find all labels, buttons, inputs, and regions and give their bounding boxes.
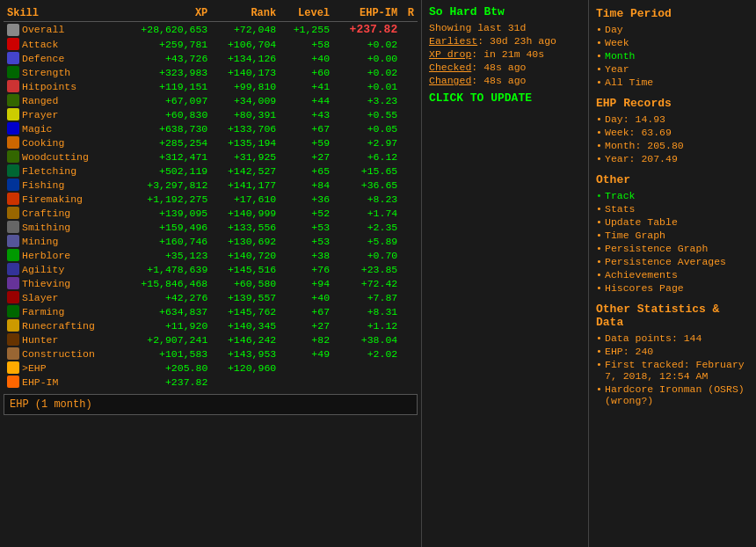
showing-period: Showing last 31d — [429, 22, 581, 33]
other-link[interactable]: Persistence Graph — [605, 243, 708, 254]
sidebar: Time Period DayWeekMonthYearAll Time EHP… — [589, 0, 756, 547]
time-period-list: DayWeekMonthYearAll Time — [596, 24, 749, 88]
r-value — [401, 65, 418, 79]
table-row: Firemaking+1,192,275+17,610+36+8.23 — [4, 192, 418, 206]
time-period-item[interactable]: All Time — [596, 77, 749, 88]
skill-name: Cooking — [22, 137, 64, 149]
other-list: TrackStatsUpdate TableTime GraphPersiste… — [596, 190, 749, 294]
skill-name: Woodcutting — [22, 151, 89, 163]
other-link[interactable]: Achievements — [605, 269, 678, 281]
changed-label: Changed — [429, 75, 471, 86]
xp-value: +101,583 — [120, 346, 211, 361]
level-value — [280, 375, 333, 389]
other-stat-item: First tracked: February 7, 2018, 12:54 A… — [596, 359, 749, 382]
skill-name: EHP-IM — [22, 376, 58, 388]
ehp-value: +0.02 — [333, 65, 401, 79]
r-value — [401, 164, 418, 178]
xp-value: +28,620,653 — [120, 22, 211, 38]
other-item[interactable]: Persistence Averages — [596, 256, 749, 267]
time-period-item[interactable]: Year — [596, 63, 749, 75]
rank-value: +130,692 — [211, 234, 280, 248]
level-value: +65 — [280, 164, 333, 178]
table-row: Slayer+42,276+139,557+40+7.87 — [4, 290, 418, 304]
other-link[interactable]: Hiscores Page — [605, 282, 684, 294]
xp-value: +285,254 — [120, 135, 211, 150]
skill-cell-thieving: Thieving — [4, 276, 120, 290]
ehp-value: +23.85 — [333, 262, 401, 276]
skill-name: Agility — [22, 264, 64, 275]
other-stat-item: Data points: 144 — [596, 332, 749, 344]
rank-value: +143,953 — [211, 346, 280, 361]
other-item[interactable]: Stats — [596, 203, 749, 215]
time-period-item[interactable]: Month — [596, 50, 749, 62]
other-item[interactable]: Persistence Graph — [596, 243, 749, 254]
ehp-value: +2.97 — [333, 135, 401, 150]
level-value: +94 — [280, 276, 333, 290]
table-row: Hunter+2,907,241+146,242+82+38.04 — [4, 332, 418, 346]
table-row: Smithing+159,496+133,556+53+2.35 — [4, 220, 418, 234]
level-value: +36 — [280, 192, 333, 206]
xp-value: +502,119 — [120, 164, 211, 178]
other-link[interactable]: Persistence Averages — [605, 256, 726, 267]
changed-info: Changed: 48s ago — [429, 75, 581, 86]
level-value: +41 — [280, 79, 333, 93]
ehp-value: +237.82 — [333, 22, 401, 38]
table-row: Crafting+139,095+140,999+52+1.74 — [4, 206, 418, 220]
runecrafting-icon — [7, 319, 19, 332]
time-period-title: Time Period — [596, 7, 749, 20]
xp-value: +3,297,812 — [120, 178, 211, 192]
time-period-link[interactable]: Month — [605, 50, 636, 62]
ehp-value: +8.31 — [333, 304, 401, 318]
time-period-link[interactable]: All Time — [605, 77, 653, 88]
other-item[interactable]: Update Table — [596, 216, 749, 228]
ehp-value: +72.42 — [333, 276, 401, 290]
r-value — [401, 220, 418, 234]
agility-icon — [7, 263, 19, 275]
time-period-link[interactable]: Year — [605, 63, 629, 75]
xp-value: +11,920 — [120, 318, 211, 332]
ehp-value: +8.23 — [333, 192, 401, 206]
other-link[interactable]: Time Graph — [605, 230, 665, 241]
r-value — [401, 361, 418, 375]
table-row: Herblore+35,123+140,720+38+0.70 — [4, 248, 418, 262]
other-item[interactable]: Achievements — [596, 269, 749, 281]
ehp-value: +0.01 — [333, 79, 401, 93]
r-value — [401, 248, 418, 262]
time-period-item[interactable]: Day — [596, 24, 749, 35]
prayer-icon — [7, 108, 19, 120]
ehp-value: +0.70 — [333, 248, 401, 262]
other-link[interactable]: Update Table — [605, 216, 678, 228]
skill-cell-firemaking: Firemaking — [4, 192, 120, 206]
rank-value: +145,762 — [211, 304, 280, 318]
other-item[interactable]: Time Graph — [596, 230, 749, 241]
cooking-icon — [7, 136, 19, 149]
skill-cell-agility: Agility — [4, 262, 120, 276]
time-period-link[interactable]: Week — [605, 37, 629, 48]
other-item[interactable]: Track — [596, 190, 749, 201]
rank-value: +60,580 — [211, 276, 280, 290]
table-row: Ranged+67,097+34,009+44+3.23 — [4, 93, 418, 107]
table-row: Mining+160,746+130,692+53+5.89 — [4, 234, 418, 248]
skill-cell-woodcutting: Woodcutting — [4, 150, 120, 164]
xp-value: +119,151 — [120, 79, 211, 93]
r-value — [401, 51, 418, 65]
level-value: +67 — [280, 304, 333, 318]
skill-cell-defence: Defence — [4, 51, 120, 65]
time-period-item[interactable]: Week — [596, 37, 749, 48]
changed-value: 48s ago — [483, 75, 526, 86]
r-value — [401, 22, 418, 38]
ehp-value: +3.23 — [333, 93, 401, 107]
skill-cell-ehpim: EHP-IM — [4, 375, 120, 389]
other-item[interactable]: Hiscores Page — [596, 282, 749, 294]
xp-value: +15,846,468 — [120, 276, 211, 290]
time-period-link[interactable]: Day — [605, 24, 623, 35]
rank-value: +34,009 — [211, 93, 280, 107]
skill-cell-farming: Farming — [4, 304, 120, 318]
ehp-footer-label: EHP (1 month) — [10, 398, 92, 411]
checked-label: Checked — [429, 62, 471, 73]
table-row: Thieving+15,846,468+60,580+94+72.42 — [4, 276, 418, 290]
other-link[interactable]: Track — [605, 190, 636, 201]
other-link[interactable]: Stats — [605, 203, 636, 215]
update-button[interactable]: CLICK TO UPDATE — [429, 91, 581, 105]
xp-value: +1,192,275 — [120, 192, 211, 206]
